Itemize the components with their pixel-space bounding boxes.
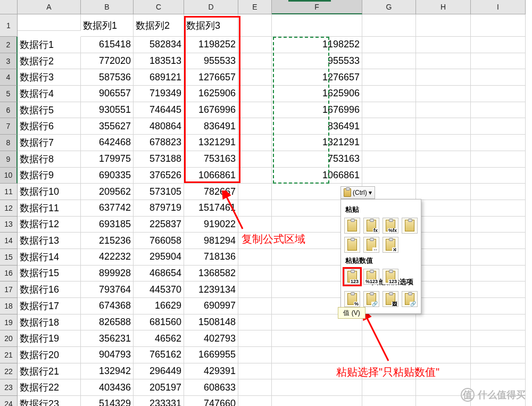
cell-E17[interactable] bbox=[238, 281, 272, 298]
cell-G7[interactable] bbox=[362, 118, 416, 135]
cell-G3[interactable] bbox=[362, 53, 416, 70]
cell-C7[interactable]: 480864 bbox=[134, 118, 184, 135]
cell-H13[interactable] bbox=[416, 217, 471, 233]
cell-D5[interactable]: 1625906 bbox=[184, 86, 238, 102]
paste-linked-picture-icon[interactable]: 🔗 bbox=[402, 291, 418, 307]
cell-A18[interactable]: 数据行17 bbox=[18, 298, 81, 314]
cell-G9[interactable] bbox=[362, 151, 416, 168]
cell-I21[interactable] bbox=[471, 347, 526, 363]
column-header-A[interactable]: A bbox=[18, 0, 81, 14]
cell-C20[interactable]: 46562 bbox=[134, 330, 184, 347]
cell-B9[interactable]: 179975 bbox=[81, 151, 134, 168]
cell-A8[interactable]: 数据行7 bbox=[18, 135, 81, 151]
cell-A19[interactable]: 数据行18 bbox=[18, 314, 81, 331]
paste-formatting-icon[interactable]: % bbox=[344, 291, 360, 307]
cell-I22[interactable] bbox=[471, 363, 526, 380]
cell-A1[interactable] bbox=[18, 14, 81, 31]
paste-transpose-icon[interactable]: ⤭ bbox=[383, 237, 398, 253]
cell-B8[interactable]: 642468 bbox=[81, 135, 134, 151]
paste-picture-icon[interactable]: 🖼 bbox=[383, 291, 398, 307]
row-header-15[interactable]: 15 bbox=[0, 249, 18, 266]
cell-A7[interactable]: 数据行6 bbox=[18, 118, 81, 135]
row-header-8[interactable]: 8 bbox=[0, 135, 18, 151]
cell-B10[interactable]: 690335 bbox=[81, 168, 134, 184]
cell-F6[interactable]: 1676996 bbox=[272, 102, 362, 119]
cell-H16[interactable] bbox=[416, 266, 471, 282]
cell-G4[interactable] bbox=[362, 69, 416, 86]
row-header-17[interactable]: 17 bbox=[0, 281, 18, 298]
row-header-4[interactable]: 4 bbox=[0, 69, 18, 86]
cell-B15[interactable]: 422232 bbox=[81, 249, 134, 266]
cell-H1[interactable] bbox=[416, 14, 471, 37]
row-header-9[interactable]: 9 bbox=[0, 151, 18, 168]
cell-G8[interactable] bbox=[362, 135, 416, 151]
cell-F3[interactable]: 955533 bbox=[272, 53, 362, 70]
cell-D24[interactable]: 747660 bbox=[184, 396, 238, 406]
cell-D9[interactable]: 753163 bbox=[184, 151, 238, 168]
cell-I14[interactable] bbox=[471, 233, 526, 249]
cell-C23[interactable]: 205197 bbox=[134, 379, 184, 396]
cell-G10[interactable] bbox=[362, 168, 416, 184]
cell-H7[interactable] bbox=[416, 118, 471, 135]
column-header-D[interactable]: D bbox=[184, 0, 238, 14]
cell-H11[interactable] bbox=[416, 184, 471, 200]
cell-C4[interactable]: 689121 bbox=[134, 69, 184, 86]
cell-E15[interactable] bbox=[238, 249, 272, 266]
cell-E3[interactable] bbox=[238, 53, 272, 70]
cell-D15[interactable]: 718136 bbox=[184, 249, 238, 266]
cell-A9[interactable]: 数据行8 bbox=[18, 151, 81, 168]
cell-B23[interactable]: 403436 bbox=[81, 379, 134, 396]
cell-C24[interactable]: 233331 bbox=[134, 396, 184, 406]
cell-I13[interactable] bbox=[471, 217, 526, 233]
cell-B1[interactable]: 数据列1 bbox=[81, 14, 134, 37]
cell-C15[interactable]: 295904 bbox=[134, 249, 184, 266]
cell-B12[interactable]: 637742 bbox=[81, 200, 134, 217]
cell-E6[interactable] bbox=[238, 102, 272, 119]
cell-A24[interactable]: 数据行23 bbox=[18, 396, 81, 406]
cell-D16[interactable]: 1368582 bbox=[184, 266, 238, 282]
cell-H17[interactable] bbox=[416, 281, 471, 298]
cell-H18[interactable] bbox=[416, 298, 471, 314]
cell-I17[interactable] bbox=[471, 281, 526, 298]
cell-I5[interactable] bbox=[471, 86, 526, 102]
cell-D19[interactable]: 1508148 bbox=[184, 314, 238, 331]
column-header-B[interactable]: B bbox=[81, 0, 134, 14]
cell-I3[interactable] bbox=[471, 53, 526, 70]
cell-C1[interactable]: 数据列2 bbox=[134, 14, 184, 37]
cell-I11[interactable] bbox=[471, 184, 526, 200]
cell-A16[interactable]: 数据行15 bbox=[18, 266, 81, 282]
cell-F5[interactable]: 1625906 bbox=[272, 86, 362, 102]
cell-C3[interactable]: 183513 bbox=[134, 53, 184, 70]
cell-B13[interactable]: 693185 bbox=[81, 217, 134, 233]
cell-B4[interactable]: 587536 bbox=[81, 69, 134, 86]
cell-B17[interactable]: 793764 bbox=[81, 281, 134, 298]
cell-I19[interactable] bbox=[471, 314, 526, 331]
cell-E7[interactable] bbox=[238, 118, 272, 135]
cell-D1[interactable]: 数据列3 bbox=[184, 14, 238, 37]
cell-I18[interactable] bbox=[471, 298, 526, 314]
cell-C17[interactable]: 445370 bbox=[134, 281, 184, 298]
cell-E16[interactable] bbox=[238, 266, 272, 282]
cell-B16[interactable]: 899928 bbox=[81, 266, 134, 282]
cell-E22[interactable] bbox=[238, 363, 272, 380]
cell-I15[interactable] bbox=[471, 249, 526, 266]
paste-values-icon[interactable]: 123 bbox=[344, 269, 360, 285]
cell-H21[interactable] bbox=[416, 347, 471, 363]
cell-I16[interactable] bbox=[471, 266, 526, 282]
cell-H10[interactable] bbox=[416, 168, 471, 184]
cell-I20[interactable] bbox=[471, 330, 526, 347]
cell-C18[interactable]: 16629 bbox=[134, 298, 184, 314]
column-header-H[interactable]: H bbox=[416, 0, 471, 14]
row-header-13[interactable]: 13 bbox=[0, 217, 18, 233]
row-header-16[interactable]: 16 bbox=[0, 266, 18, 282]
cell-F9[interactable]: 753163 bbox=[272, 151, 362, 168]
cell-H14[interactable] bbox=[416, 233, 471, 249]
cell-C14[interactable]: 766058 bbox=[134, 233, 184, 249]
cell-F10[interactable]: 1066861 bbox=[272, 168, 362, 184]
cell-B18[interactable]: 674368 bbox=[81, 298, 134, 314]
cell-D17[interactable]: 1239134 bbox=[184, 281, 238, 298]
row-header-20[interactable]: 20 bbox=[0, 330, 18, 347]
cell-C8[interactable]: 678823 bbox=[134, 135, 184, 151]
cell-E10[interactable] bbox=[238, 168, 272, 184]
cell-A10[interactable]: 数据行9 bbox=[18, 168, 81, 184]
